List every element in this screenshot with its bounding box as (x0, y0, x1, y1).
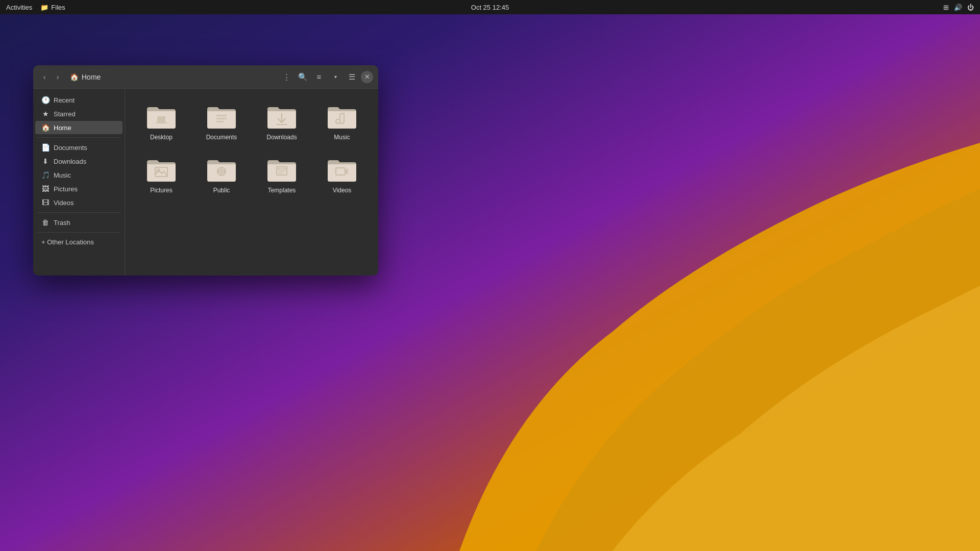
files-app-icon: 📁 (40, 4, 48, 11)
activities-button[interactable]: Activities (6, 4, 32, 11)
file-item-pictures[interactable]: Pictures (133, 150, 189, 199)
file-item-music[interactable]: Music (314, 97, 370, 146)
svg-rect-5 (216, 121, 224, 122)
list-view-button[interactable]: ≡ (312, 70, 326, 84)
sidebar: 🕐 Recent ★ Starred 🏠 Home 📄 Documents ⬇ … (33, 89, 125, 276)
videos-icon: 🎞 (41, 198, 50, 207)
documents-label: Documents (206, 134, 237, 142)
pictures-label: Pictures (150, 187, 172, 195)
music-icon: 🎵 (41, 171, 50, 179)
app-menu-button[interactable]: 📁 Files (40, 4, 65, 11)
close-button[interactable]: ✕ (361, 71, 373, 83)
downloads-folder-icon (265, 102, 298, 131)
topbar-left: Activities 📁 Files (6, 4, 65, 11)
sidebar-item-trash[interactable]: 🗑 Trash (35, 216, 122, 229)
sidebar-item-starred-label: Starred (54, 110, 76, 118)
music-folder-icon (326, 102, 358, 131)
sidebar-item-pictures[interactable]: 🖼 Pictures (35, 182, 122, 195)
videos-folder-icon (326, 155, 358, 184)
sidebar-separator-1 (37, 137, 120, 138)
sidebar-item-home[interactable]: 🏠 Home (35, 121, 122, 134)
file-item-videos[interactable]: Videos (314, 150, 370, 199)
window-title-area: 🏠 Home (67, 73, 276, 81)
music-label: Music (334, 134, 350, 142)
sidebar-item-documents-label: Documents (54, 144, 87, 152)
templates-folder-icon (265, 155, 298, 184)
sidebar-separator-2 (37, 212, 120, 213)
sidebar-item-downloads[interactable]: ⬇ Downloads (35, 155, 122, 168)
home-nav-icon: 🏠 (41, 123, 50, 132)
videos-label: Videos (333, 187, 351, 195)
documents-folder-icon (205, 102, 238, 131)
file-manager-window: ‹ › 🏠 Home ⋮ 🔍 ≡ ▾ ☰ ✕ 🕐 Recent ★ Starre… (33, 65, 378, 276)
titlebar: ‹ › 🏠 Home ⋮ 🔍 ≡ ▾ ☰ ✕ (33, 65, 378, 89)
topbar: Activities 📁 Files Oct 25 12:45 ⊞ 🔊 ⏻ (0, 0, 980, 14)
trash-icon: 🗑 (41, 218, 50, 227)
documents-icon: 📄 (41, 143, 50, 152)
search-button[interactable]: 🔍 (296, 70, 310, 84)
svg-rect-4 (216, 118, 227, 119)
file-item-templates[interactable]: Templates (254, 150, 310, 199)
pictures-icon: 🖼 (41, 185, 50, 193)
sidebar-item-home-label: Home (54, 124, 71, 132)
hamburger-menu-button[interactable]: ☰ (345, 70, 359, 84)
power-icon[interactable]: ⏻ (967, 4, 974, 11)
file-item-desktop[interactable]: Desktop (133, 97, 189, 146)
other-locations-label: + Other Locations (41, 238, 94, 246)
sidebar-item-videos-label: Videos (54, 199, 74, 207)
navigation-buttons: ‹ › (38, 71, 64, 83)
public-label: Public (213, 187, 230, 195)
recent-icon: 🕐 (41, 96, 50, 104)
sidebar-other-locations[interactable]: + Other Locations (35, 236, 122, 248)
svg-rect-2 (155, 122, 167, 123)
file-item-documents[interactable]: Documents (193, 97, 250, 146)
home-icon: 🏠 (70, 73, 79, 81)
svg-rect-1 (157, 116, 165, 122)
public-folder-icon (205, 155, 238, 184)
sidebar-item-trash-label: Trash (54, 219, 70, 227)
back-button[interactable]: ‹ (38, 71, 51, 83)
svg-rect-3 (216, 115, 227, 116)
menu-button[interactable]: ⋮ (279, 70, 293, 84)
sidebar-item-recent[interactable]: 🕐 Recent (35, 93, 122, 107)
forward-button[interactable]: › (52, 71, 64, 83)
titlebar-actions: ⋮ 🔍 ≡ ▾ ☰ ✕ (279, 70, 373, 84)
downloads-icon: ⬇ (41, 157, 50, 165)
sidebar-item-documents[interactable]: 📄 Documents (35, 141, 122, 154)
starred-icon: ★ (41, 110, 50, 118)
sidebar-item-videos[interactable]: 🎞 Videos (35, 196, 122, 209)
file-item-downloads[interactable]: Downloads (254, 97, 310, 146)
window-title: Home (82, 73, 101, 81)
network-icon[interactable]: ⊞ (943, 4, 949, 11)
sidebar-item-starred[interactable]: ★ Starred (35, 107, 122, 120)
sidebar-item-recent-label: Recent (54, 96, 75, 104)
desktop-label: Desktop (150, 134, 173, 142)
content-area: 🕐 Recent ★ Starred 🏠 Home 📄 Documents ⬇ … (33, 89, 378, 276)
topbar-datetime: Oct 25 12:45 (471, 4, 509, 11)
sound-icon[interactable]: 🔊 (954, 4, 962, 11)
templates-label: Templates (268, 187, 296, 195)
file-item-public[interactable]: Public (193, 150, 250, 199)
sidebar-item-downloads-label: Downloads (54, 158, 86, 165)
file-grid: Desktop Documents (125, 89, 378, 276)
sidebar-item-music-label: Music (54, 171, 71, 179)
desktop-folder-icon (145, 102, 178, 131)
sidebar-item-pictures-label: Pictures (54, 185, 78, 193)
files-app-label: Files (51, 4, 65, 11)
pictures-folder-icon (145, 155, 178, 184)
view-dropdown-button[interactable]: ▾ (328, 70, 342, 84)
sidebar-separator-3 (37, 232, 120, 233)
downloads-label: Downloads (266, 134, 297, 142)
topbar-right: ⊞ 🔊 ⏻ (943, 4, 974, 11)
sidebar-item-music[interactable]: 🎵 Music (35, 168, 122, 182)
